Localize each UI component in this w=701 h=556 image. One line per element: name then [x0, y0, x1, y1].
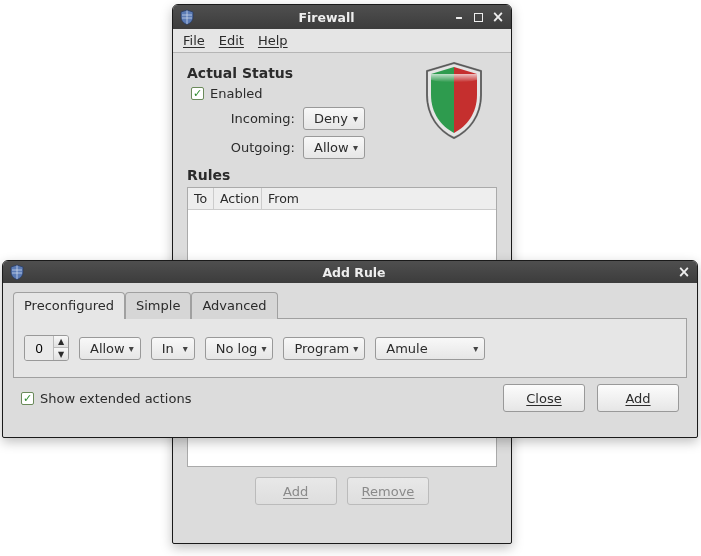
priority-input[interactable] — [25, 336, 53, 360]
close-window-button[interactable] — [491, 10, 505, 24]
app-icon — [179, 9, 195, 25]
outgoing-select[interactable]: Allow ▾ — [303, 136, 365, 159]
shield-icon — [421, 61, 487, 144]
policy-select[interactable]: Allow▾ — [79, 337, 141, 360]
tab-simple[interactable]: Simple — [125, 292, 191, 319]
tab-preconfigured[interactable]: Preconfigured — [13, 292, 125, 319]
close-dialog-button[interactable] — [677, 265, 691, 279]
show-extended-label: Show extended actions — [40, 391, 191, 406]
app-icon — [9, 264, 25, 280]
chevron-down-icon: ▾ — [183, 343, 188, 354]
rules-add-button: Add — [255, 477, 337, 505]
direction-select[interactable]: In▾ — [151, 337, 195, 360]
dialog-close-button[interactable]: Close — [503, 384, 585, 412]
kind-select[interactable]: Program▾ — [283, 337, 365, 360]
priority-spinner[interactable]: ▲ ▼ — [24, 335, 69, 361]
tab-advanced[interactable]: Advanced — [191, 292, 277, 319]
outgoing-label: Outgoing: — [223, 140, 295, 155]
enabled-checkbox[interactable] — [191, 87, 204, 100]
show-extended-checkbox[interactable] — [21, 392, 34, 405]
minimize-button[interactable] — [452, 10, 466, 24]
program-select[interactable]: Amule▾ — [375, 337, 485, 360]
window-title: Firewall — [201, 10, 452, 25]
chevron-down-icon: ▾ — [353, 142, 358, 153]
chevron-down-icon: ▾ — [353, 113, 358, 124]
dialog-add-button[interactable]: Add — [597, 384, 679, 412]
rules-col-from[interactable]: From — [262, 188, 496, 209]
rules-remove-button: Remove — [347, 477, 430, 505]
incoming-label: Incoming: — [223, 111, 295, 126]
chevron-down-icon: ▾ — [261, 343, 266, 354]
menu-edit[interactable]: Edit — [219, 33, 244, 48]
incoming-select[interactable]: Deny ▾ — [303, 107, 365, 130]
maximize-button[interactable] — [474, 13, 483, 22]
spin-down-icon[interactable]: ▼ — [54, 348, 68, 360]
rules-section-title: Rules — [187, 167, 497, 183]
menu-help[interactable]: Help — [258, 33, 288, 48]
chevron-down-icon: ▾ — [353, 343, 358, 354]
enabled-label: Enabled — [210, 86, 263, 101]
rules-col-action[interactable]: Action — [214, 188, 262, 209]
chevron-down-icon: ▾ — [129, 343, 134, 354]
spin-up-icon[interactable]: ▲ — [54, 336, 68, 348]
menu-file[interactable]: File — [183, 33, 205, 48]
dialog-title: Add Rule — [31, 265, 677, 280]
log-select[interactable]: No log▾ — [205, 337, 274, 360]
chevron-down-icon: ▾ — [473, 343, 478, 354]
rules-col-to[interactable]: To — [188, 188, 214, 209]
